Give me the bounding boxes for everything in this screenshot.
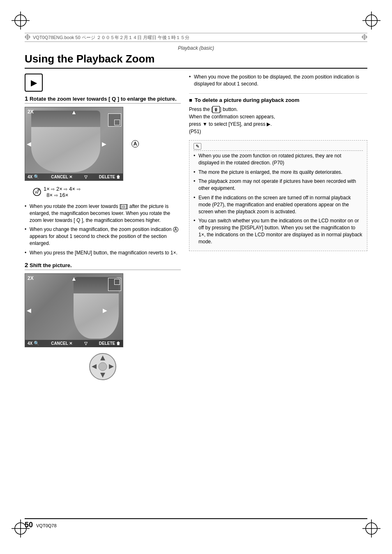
note-bullet-2: The more the picture is enlarged, the mo… <box>194 169 363 176</box>
playback-icon: ▶ <box>31 78 37 88</box>
delete-section: To delete a picture during playback zoom… <box>189 97 367 135</box>
right-section-first-bullet: When you move the position to be display… <box>189 74 367 94</box>
note-bullet-4: Even if the indications on the screen ar… <box>194 194 363 215</box>
dpad-container <box>25 352 181 381</box>
lcd1-minimap <box>108 113 121 127</box>
lcd2-arrow-down: ▽ <box>84 341 88 346</box>
note-bullet-1: When you use the zoom function on rotate… <box>194 152 363 166</box>
two-column-layout: ▶ 1 Rotate the zoom lever towards [ Q ] … <box>25 74 367 381</box>
section-subtitle: Playback (basic) <box>25 45 367 51</box>
lcd2-arrow-up: ▲ <box>71 275 77 282</box>
lcd2-bottom-bar: 4X 🔍 CANCEL ✕ ▽ DELETE 🗑 <box>25 340 123 347</box>
dpad-icon <box>88 352 117 381</box>
lcd1-arrow-left: ◀ <box>27 141 31 147</box>
lcd1-zoom-top: 2X <box>28 109 34 115</box>
delete-title-text: To delete a picture during playback zoom <box>195 97 300 103</box>
zoom-steps: 1× ⇨ 2× ⇨ 4× ⇨ 8× ⇨ 16× <box>44 186 81 198</box>
lcd2-minimap <box>108 278 121 291</box>
lcd1-bottom-bar: 4X 🔍 CANCEL ✕ ▽ DELETE 🗑 <box>25 173 123 180</box>
lcd2-delete: DELETE 🗑 <box>99 341 120 346</box>
reg-mark-tl <box>12 12 30 30</box>
zoom-lever-icon: W T <box>33 187 41 197</box>
left-bullet-1: When you rotate the zoom lever towards [… <box>25 203 181 224</box>
lcd1-arrow-right: ▶ <box>102 141 106 147</box>
note-bullet-5: You can switch whether you turn the indi… <box>194 217 363 245</box>
footer-page-number: 50 <box>25 521 33 529</box>
left-bullet-2: When you change the magnification, the z… <box>25 226 181 247</box>
lcd2-arrow-right: ▶ <box>103 307 107 314</box>
header-file-info: VQT0Q78ENG.book 50 ページ ２００５年２月１４日 月曜日 午後… <box>33 35 189 41</box>
delete-section-body: Press the [🗑] button. When the confirmat… <box>189 106 367 135</box>
delete-section-title: To delete a picture during playback zoom <box>189 97 367 103</box>
header-bar: VQT0Q78ENG.book 50 ページ ２００５年２月１４日 月曜日 午後… <box>25 33 367 42</box>
lcd2-zoom-side: 4X 🔍 <box>28 341 39 346</box>
note-bullet-3: The playback zoom may not operate if pic… <box>194 178 363 192</box>
playback-icon-box: ▶ <box>25 74 43 92</box>
page-title: Using the Playback Zoom <box>25 53 367 69</box>
header-crosshair-icon <box>25 34 30 41</box>
step2-header: 2 Shift the picture. <box>25 261 181 270</box>
lcd2-cancel: CANCEL ✕ <box>51 341 72 346</box>
note-bullets: When you use the zoom function on rotate… <box>194 152 363 245</box>
step1-text: Rotate the zoom lever towards [ Q ] to e… <box>30 96 177 102</box>
step1-header: 1 Rotate the zoom lever towards [ Q ] to… <box>25 95 181 104</box>
note-icon: ✎ <box>194 144 363 151</box>
left-column: ▶ 1 Rotate the zoom lever towards [ Q ] … <box>25 74 181 381</box>
header-crosshair-icon-right <box>362 34 367 41</box>
right-bullet-intro: When you move the position to be display… <box>189 74 367 88</box>
content-area: Playback (basic) Using the Playback Zoom… <box>25 45 367 381</box>
footer: 50 VQT0Q78 <box>25 518 367 529</box>
footer-model: VQT0Q78 <box>36 523 57 528</box>
svg-text:W: W <box>35 190 39 194</box>
svg-text:T: T <box>38 188 40 191</box>
right-column: When you move the position to be display… <box>189 74 367 381</box>
note-box: ✎ When you use the zoom function on rota… <box>189 140 367 252</box>
step1-number: 1 <box>25 95 28 102</box>
lcd2-arrow-left: ◀ <box>27 307 31 314</box>
lcd1-zoom-side: 4X 🔍 <box>28 174 39 180</box>
reg-mark-tr <box>362 12 380 30</box>
zoom-diagram: W T 1× ⇨ 2× ⇨ 4× ⇨ 8× ⇨ 16× <box>33 186 181 198</box>
svg-point-24 <box>99 362 107 371</box>
lcd1-arrow-down: ▽ <box>84 175 88 179</box>
circle-label-a: A <box>131 140 139 148</box>
step2-text: Shift the picture. <box>30 262 72 268</box>
lcd-image-1: 2X ▲ ◀ ▶ 4X 🔍 CA <box>25 107 123 181</box>
lcd1-delete: DELETE 🗑 <box>99 175 120 179</box>
left-bullets: When you rotate the zoom lever towards [… <box>25 203 181 256</box>
left-bullet-3: When you press the [MENU] button, the ma… <box>25 249 181 256</box>
lcd2-zoom-top: 2X <box>28 275 34 281</box>
lcd-image-2: 2X ▲ ◀ ▶ 4X 🔍 CA <box>25 273 123 347</box>
lcd1-arrow-up: ▲ <box>71 109 77 115</box>
step2-number: 2 <box>25 261 28 268</box>
lcd1-cancel: CANCEL ✕ <box>51 175 72 179</box>
